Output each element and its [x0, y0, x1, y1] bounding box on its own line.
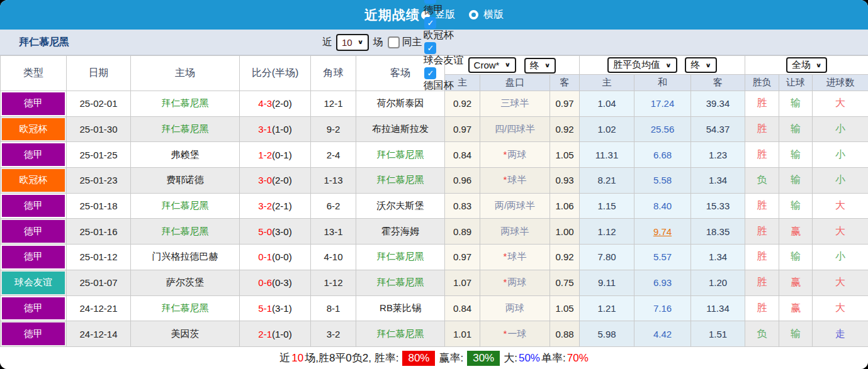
table-row: 德甲24-12-21拜仁慕尼黑5-1(3-1)8-1RB莱比锡0.84两球1.0…: [1, 295, 868, 321]
match-date: 25-01-16: [67, 219, 131, 245]
handicap-odds-away: 0.92: [550, 116, 580, 142]
result-wdl: 胜: [745, 245, 779, 270]
results-table-wrap: 类型 日期 主场 比分(半场) 角球 客场 Crow* ∨ 终 ∨: [0, 55, 868, 347]
league-checkbox[interactable]: ✓: [424, 42, 436, 54]
away-team: 沃尔夫斯堡: [356, 193, 445, 219]
col-header-date: 日期: [67, 56, 131, 91]
handicap-line: 三球半: [480, 91, 550, 117]
col-header-home: 主场: [131, 56, 240, 91]
handicap-odds-away: 0.92: [550, 245, 580, 270]
result-wdl: 胜: [745, 295, 779, 321]
subheader-handicap-result: 让球: [779, 75, 813, 91]
result-goals: 大: [813, 193, 868, 219]
league-checkbox[interactable]: ✓: [424, 0, 436, 4]
away-team: 拜仁慕尼黑: [356, 168, 445, 194]
odds-time-select[interactable]: 终 ∨: [524, 58, 556, 74]
handicap-odds-home: 0.83: [445, 193, 480, 219]
handicap-line: *一球: [480, 321, 550, 347]
table-row: 球会友谊25-01-07萨尔茨堡0-6(0-3)1-12拜仁慕尼黑1.07*两球…: [1, 270, 868, 295]
result-goals: 大: [813, 295, 868, 321]
league-badge: 德甲: [1, 193, 67, 219]
filters: 近 10 ∨ 场 同主 ✓德甲✓欧冠杯✓球会友谊✓德国杯: [322, 0, 463, 92]
handicap-odds-away: 0.75: [550, 270, 580, 295]
odds-selects-group: Crow* ∨ 终 ∨: [445, 56, 580, 75]
match-score: 0-1(0-0): [240, 245, 311, 270]
avg-draw: 6.93: [634, 270, 691, 295]
match-date: 25-01-12: [67, 245, 131, 270]
summary-part: 大:: [504, 351, 517, 365]
table-row: 德甲25-02-01拜仁慕尼黑4-3(2-0)12-1荷尔斯泰因0.92三球半0…: [1, 91, 868, 117]
subheader-avg-home: 主: [580, 75, 634, 91]
avg-away: 18.35: [691, 219, 745, 245]
home-team: 拜仁慕尼黑: [131, 295, 240, 321]
avg-draw: 5.58: [634, 168, 691, 194]
result-goals: 大: [813, 219, 868, 245]
handicap-odds-home: 0.97: [445, 116, 480, 142]
same-home-checkbox[interactable]: [388, 36, 400, 48]
handicap-odds-home: 0.89: [445, 219, 480, 245]
avg-draw: 9.74: [634, 219, 691, 245]
league-badge: 德甲: [1, 91, 67, 117]
avg-time-value: 终: [690, 59, 700, 71]
match-score: 3-0(2-0): [240, 168, 311, 194]
match-score: 5-1(3-1): [240, 295, 311, 321]
league-filters: ✓德甲✓欧冠杯✓球会友谊✓德国杯: [422, 0, 463, 92]
league-badge: 球会友谊: [1, 270, 67, 295]
avg-away: 54.37: [691, 116, 745, 142]
handicap-odds-home: 0.96: [445, 168, 480, 194]
league-badge: 欧冠杯: [1, 168, 67, 194]
subheader-handicap: 盘口: [480, 75, 550, 91]
avg-home: 11.31: [580, 142, 634, 168]
scope-select[interactable]: 全场 ∨: [786, 57, 828, 73]
recent-count-select[interactable]: 10 ∨: [336, 34, 369, 51]
result-wdl: 胜: [745, 142, 779, 168]
handicap-odds-away: 1.00: [550, 219, 580, 245]
home-team: 拜仁慕尼黑: [131, 116, 240, 142]
home-team: 拜仁慕尼黑: [131, 91, 240, 117]
away-team: 拜仁慕尼黑: [356, 270, 445, 295]
horizontal-layout-radio[interactable]: [469, 10, 478, 19]
same-home-label: 同主: [402, 36, 422, 49]
avg-home: 7.80: [580, 245, 634, 270]
league-checkbox-label: 德甲: [423, 4, 443, 15]
away-team: 荷尔斯泰因: [356, 91, 445, 117]
avg-type-select[interactable]: 胜平负均值 ∨: [607, 57, 677, 73]
avg-draw: 5.57: [634, 245, 691, 270]
result-goals: 小: [813, 168, 868, 194]
matches-label: 场: [373, 36, 383, 49]
match-score: 1-2(0-1): [240, 142, 311, 168]
avg-time-select[interactable]: 终 ∨: [685, 57, 717, 73]
league-checkbox[interactable]: ✓: [424, 67, 436, 79]
away-team: RB莱比锡: [356, 295, 445, 321]
avg-draw: 17.24: [634, 91, 691, 117]
handicap-line: *球半: [480, 245, 550, 270]
league-badge: 欧冠杯: [1, 116, 67, 142]
handicap-odds-away: 1.06: [550, 193, 580, 219]
handicap-odds-home: 0.97: [445, 245, 480, 270]
handicap-odds-away: 1.05: [550, 295, 580, 321]
result-handicap: 输: [779, 142, 813, 168]
league-checkbox[interactable]: ✓: [424, 17, 436, 29]
result-wdl: 胜: [745, 91, 779, 117]
avg-home: 1.02: [580, 116, 634, 142]
home-team: 美因茨: [131, 321, 240, 347]
odds-source-select[interactable]: Crow* ∨: [468, 57, 517, 73]
summary-footer: 近10场,胜8平0负2, 胜率:80%赢率:30%大:50% 单率:70%: [0, 347, 868, 369]
league-badge: 德甲: [1, 245, 67, 270]
avg-draw: 8.40: [634, 193, 691, 219]
table-row: 德甲25-01-16拜仁慕尼黑5-0(3-0)13-1霍芬海姆0.89两球半1.…: [1, 219, 868, 245]
match-date: 24-12-14: [67, 321, 131, 347]
handicap-line: 四/四球半: [480, 116, 550, 142]
avg-home: 1.21: [580, 295, 634, 321]
away-team: 拜仁慕尼黑: [356, 245, 445, 270]
league-badge: 德甲: [1, 321, 67, 347]
horizontal-layout-label[interactable]: 横版: [483, 8, 504, 21]
team-name: 拜仁慕尼黑: [19, 36, 69, 49]
avg-draw: 4.42: [634, 321, 691, 347]
avg-home: 1.12: [580, 219, 634, 245]
summary-part: 30%: [467, 351, 500, 366]
subheader-avg-away: 客: [691, 75, 745, 91]
avg-draw: 6.68: [634, 142, 691, 168]
summary-part: 50%: [519, 352, 540, 365]
result-wdl: 胜: [745, 193, 779, 219]
